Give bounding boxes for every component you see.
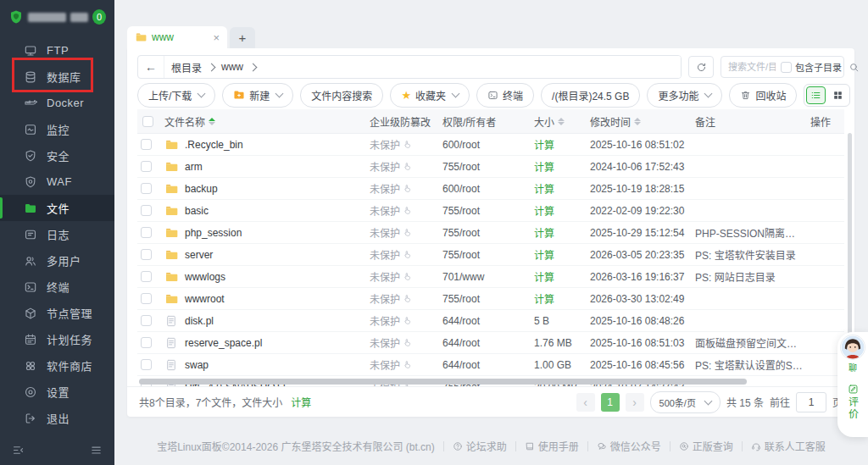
size-cell[interactable]: 计算 (522, 181, 585, 196)
page-size-select[interactable]: 500条/页 (650, 391, 721, 413)
footer-link-support[interactable]: 联系人工客服 (751, 439, 826, 453)
sidebar-item-terminal[interactable]: 终端 (0, 274, 114, 300)
sort-icon[interactable] (209, 118, 215, 125)
path-input[interactable] (256, 56, 681, 78)
current-page[interactable]: 1 (601, 393, 620, 412)
support-avatar[interactable] (841, 335, 865, 359)
tamper-status-cell[interactable]: 未保护 (364, 225, 437, 240)
sidebar-item-settings[interactable]: 设置 (0, 379, 114, 405)
size-cell[interactable]: 1.00 GB (522, 359, 585, 371)
file-name[interactable]: disk.pl (185, 315, 214, 327)
table-row[interactable]: server 未保护 755/root 计算 2026-03-05 20:23:… (137, 244, 844, 266)
sidebar-item-database[interactable]: 数据库 (0, 64, 114, 90)
sidebar-item-docker[interactable]: Docker (0, 90, 114, 116)
size-cell[interactable]: 计算 (522, 291, 585, 306)
tamper-status-cell[interactable]: 未保护 (364, 159, 437, 174)
sidebar-item-waf[interactable]: WAF (0, 169, 114, 195)
sidebar-item-security[interactable]: 安全 (0, 142, 114, 169)
size-cell[interactable]: 计算 (522, 225, 585, 240)
sidebar-item-cron[interactable]: 计划任务 (0, 326, 114, 352)
back-button[interactable]: ← (138, 56, 164, 78)
include-subdir-checkbox[interactable] (781, 62, 792, 73)
file-name[interactable]: basic (185, 205, 209, 217)
breadcrumb-current[interactable]: www (214, 61, 250, 73)
select-all-checkbox[interactable] (142, 116, 153, 127)
table-row[interactable]: wwwroot 未保护 755/root 计算 2026-03-30 13:02… (137, 288, 844, 310)
tamper-status-cell[interactable]: 未保护 (364, 291, 437, 306)
table-row[interactable]: swap 未保护 644/root 1.00 GB 2025-10-16 08:… (137, 354, 844, 376)
table-row[interactable]: disk.pl 未保护 644/root 5 B 2025-10-16 08:4… (137, 310, 844, 332)
file-name-cell[interactable]: wwwlogs (159, 270, 364, 284)
footer-link-wechat[interactable]: 微信公众号 (597, 439, 661, 453)
disk-usage-button[interactable]: /(根目录)24.5 GB (541, 83, 640, 108)
file-name-cell[interactable]: disk.pl (159, 314, 364, 328)
footer-link-forum-help[interactable]: 论坛求助 (453, 439, 507, 453)
file-name[interactable]: php_session (185, 227, 242, 239)
grid-view-toggle[interactable] (828, 86, 848, 104)
file-name-cell[interactable]: .Recycle_bin (159, 138, 364, 152)
footer-link-verify[interactable]: 正版查询 (679, 439, 733, 453)
terminal-button[interactable]: 终端 (476, 83, 534, 108)
sidebar-item-node[interactable]: 节点管理 (0, 300, 114, 326)
column-header-size[interactable]: 大小 (522, 114, 585, 129)
prev-page-button[interactable]: ‹ (576, 393, 595, 412)
search-input[interactable] (726, 61, 777, 73)
close-tab-icon[interactable]: × (213, 32, 220, 43)
file-name-cell[interactable]: php_session (159, 226, 364, 240)
table-row[interactable]: backup 未保护 600/root 计算 2025-10-19 18:28:… (137, 178, 844, 200)
collapse-sidebar-icon[interactable] (12, 444, 25, 457)
row-checkbox[interactable] (141, 249, 152, 260)
favorites-button[interactable]: ★收藏夹 (390, 83, 470, 108)
search-icon[interactable] (849, 62, 860, 73)
review-button[interactable]: 评价 (846, 384, 860, 420)
file-name[interactable]: wwwroot (185, 293, 225, 305)
row-checkbox[interactable] (141, 315, 152, 326)
table-row[interactable]: wwwlogs 未保护 701/www 计算 2026-03-16 19:16:… (137, 266, 844, 288)
size-cell[interactable]: 1.76 MB (522, 337, 585, 349)
menu-icon[interactable] (90, 444, 103, 457)
size-cell[interactable]: 计算 (522, 159, 585, 174)
size-cell[interactable]: 5 B (522, 315, 585, 327)
row-checkbox[interactable] (141, 227, 152, 238)
file-name-cell[interactable]: server (159, 248, 364, 262)
table-row[interactable]: reserve_space.pl 未保护 644/root 1.76 MB 20… (137, 332, 844, 354)
tamper-status-cell[interactable]: 未保护 (364, 181, 437, 196)
footer-link-manual[interactable]: 使用手册 (525, 439, 579, 453)
refresh-button[interactable] (688, 56, 714, 78)
table-row[interactable]: php_session 未保护 755/root 计算 2025-10-29 1… (137, 222, 844, 244)
table-row[interactable]: basic 未保护 755/root 计算 2022-02-09 19:22:3… (137, 200, 844, 222)
column-header-name[interactable]: 文件名称 (159, 114, 364, 129)
sidebar-item-ftp[interactable]: FTP (0, 37, 114, 64)
size-cell[interactable]: 计算 (522, 247, 585, 262)
size-cell[interactable]: 计算 (522, 137, 585, 152)
list-view-toggle[interactable] (806, 86, 826, 104)
recycle-bin-button[interactable]: 回收站 (729, 83, 797, 108)
breadcrumb-root[interactable]: 根目录 (164, 60, 209, 75)
size-cell[interactable]: 计算 (522, 269, 585, 284)
message-count-badge[interactable]: 0 (92, 9, 106, 25)
file-name[interactable]: backup (185, 183, 218, 195)
goto-page-input[interactable] (796, 392, 826, 412)
tamper-status-cell[interactable]: 未保护 (364, 269, 437, 284)
file-name[interactable]: arm (185, 161, 203, 173)
file-name[interactable]: .Recycle_bin (185, 139, 243, 151)
tamper-status-cell[interactable]: 未保护 (364, 137, 437, 152)
table-row[interactable]: arm 未保护 755/root 计算 2024-10-06 17:52:43 (137, 156, 844, 178)
sidebar-item-users[interactable]: 多用户 (0, 247, 114, 274)
row-checkbox[interactable] (141, 161, 152, 172)
sidebar-item-appstore[interactable]: 软件商店 (0, 352, 114, 379)
sidebar-item-logout[interactable]: 退出 (0, 405, 114, 431)
table-row[interactable]: .Recycle_bin 未保护 600/root 计算 2025-10-16 … (137, 134, 844, 156)
new-button[interactable]: 新建 (222, 83, 293, 108)
tamper-status-cell[interactable]: 未保护 (364, 313, 437, 328)
sort-icon[interactable] (634, 118, 641, 125)
horizontal-scrollbar[interactable] (139, 379, 747, 385)
content-search-button[interactable]: 文件内容搜索 (300, 83, 383, 108)
row-checkbox[interactable] (141, 183, 152, 194)
tamper-status-cell[interactable]: 未保护 (364, 357, 437, 372)
file-name-cell[interactable]: arm (159, 160, 364, 174)
sidebar-item-logs[interactable]: 日志 (0, 221, 114, 247)
tamper-status-cell[interactable]: 未保护 (364, 203, 437, 218)
size-cell[interactable]: 计算 (522, 203, 585, 218)
row-checkbox[interactable] (141, 139, 152, 150)
